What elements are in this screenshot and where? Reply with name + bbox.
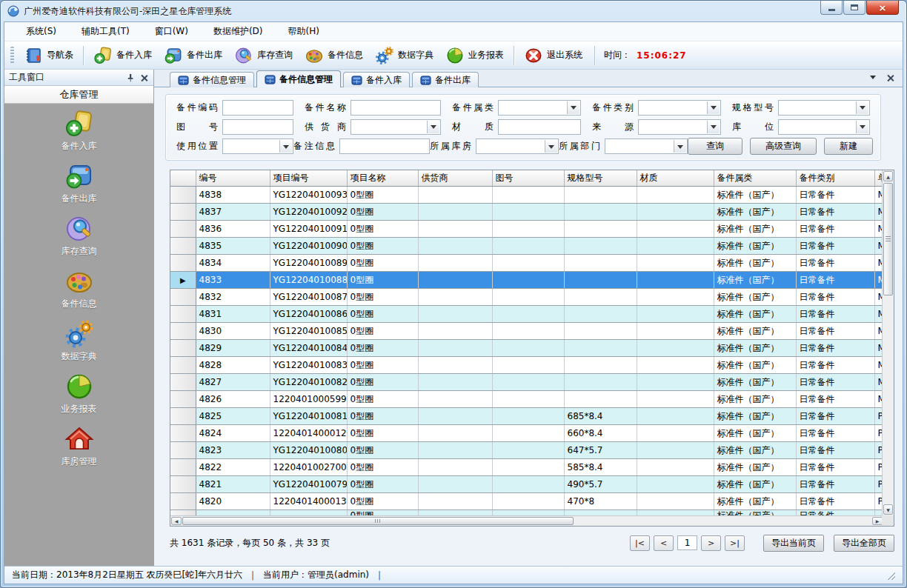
last-page-button[interactable]: >| — [725, 535, 745, 551]
menu-item[interactable]: 帮助(H) — [276, 22, 332, 41]
scroll-right-icon[interactable]: ▶ — [872, 517, 883, 525]
sidebar-item[interactable]: 备件出库 — [62, 161, 97, 205]
field-input[interactable] — [350, 100, 441, 116]
table-row[interactable]: ▶4833YG122040100880型圈标准件（国产）日常备件M — [170, 272, 883, 289]
row-selector[interactable] — [170, 493, 196, 510]
field-input[interactable] — [498, 119, 581, 135]
row-selector[interactable] — [170, 391, 196, 408]
row-selector[interactable] — [170, 425, 196, 442]
page-number-input[interactable]: 1 — [677, 535, 697, 550]
chevron-down-icon[interactable] — [707, 121, 720, 133]
menu-item[interactable]: 系统(S) — [13, 22, 69, 41]
table-row[interactable]: 4835YG122040100900型圈标准件（国产）日常备件M — [170, 238, 883, 255]
table-row[interactable]: 482612204010005990型圈标准件（国产）日常备件M — [170, 391, 883, 408]
column-header[interactable]: 材质 — [637, 170, 714, 187]
chevron-down-icon[interactable] — [674, 140, 686, 153]
row-selector[interactable] — [170, 357, 196, 374]
toolbar-button[interactable]: 导航条 — [18, 44, 79, 67]
toolbar-button[interactable]: 备件入库 — [87, 44, 158, 67]
new-button[interactable]: 新建 — [824, 138, 873, 155]
chevron-down-icon[interactable] — [279, 140, 292, 153]
chevron-down-icon[interactable] — [427, 121, 439, 133]
chevron-down-icon[interactable] — [856, 121, 868, 133]
chevron-down-icon[interactable] — [567, 101, 579, 114]
horizontal-scrollbar-thumb[interactable] — [182, 517, 574, 525]
tab[interactable]: 备件入库 — [343, 72, 410, 87]
sidebar-item[interactable]: 备件入库 — [62, 109, 97, 153]
field-input[interactable] — [778, 119, 870, 135]
scroll-up-icon[interactable]: ▲ — [883, 171, 893, 181]
column-header[interactable]: 图号 — [492, 170, 564, 187]
maximize-button[interactable] — [843, 1, 866, 15]
field-input[interactable] — [222, 100, 293, 116]
sidebar-item[interactable]: 业务报表 — [62, 372, 97, 415]
column-header[interactable]: 备件属类 — [714, 170, 796, 187]
toolbar-grip[interactable] — [10, 47, 14, 64]
row-selector[interactable] — [170, 476, 196, 493]
tab[interactable]: 备件信息管理 — [170, 72, 254, 87]
toolbar-button[interactable]: 业务报表 — [439, 44, 510, 67]
field-input[interactable] — [638, 119, 721, 135]
sidebar-item[interactable]: 库房管理 — [62, 424, 97, 468]
table-row[interactable]: 4836YG122040100910型圈标准件（国产）日常备件M — [170, 221, 883, 238]
search-button[interactable]: 查询 — [688, 138, 742, 155]
row-selector[interactable] — [170, 187, 196, 204]
column-header[interactable]: 供货商 — [418, 170, 492, 187]
menu-item[interactable]: 辅助工具(T) — [69, 22, 142, 41]
row-selector[interactable] — [170, 255, 196, 272]
scroll-left-icon[interactable]: ◀ — [171, 517, 182, 525]
table-row[interactable]: 482212204010027000型圈585*8.4标准件（国产）日常备件PC — [170, 459, 883, 476]
toolbar-button[interactable]: 退出系统 — [518, 44, 588, 67]
chevron-down-icon[interactable] — [545, 140, 557, 153]
row-selector[interactable] — [170, 289, 196, 306]
row-selector[interactable] — [170, 442, 196, 459]
column-header[interactable]: 规格型号 — [564, 170, 637, 187]
toolbar-button[interactable]: 备件信息 — [299, 44, 369, 67]
field-input[interactable] — [222, 119, 293, 135]
field-input[interactable] — [605, 138, 688, 154]
next-page-button[interactable]: > — [701, 535, 721, 551]
field-input[interactable] — [476, 138, 559, 154]
tab-close-icon[interactable] — [886, 74, 894, 81]
prev-page-button[interactable]: < — [654, 535, 674, 551]
title-bar[interactable]: 广州爱奇迪软件科技有限公司-深田之星仓库管理系统 — [1, 1, 906, 21]
column-header[interactable]: 备件类别 — [796, 170, 874, 187]
table-row[interactable]: 4832YG122040100870型圈标准件（国产）日常备件M — [170, 289, 883, 306]
column-header[interactable]: 项目名称 — [347, 170, 418, 187]
horizontal-scrollbar[interactable]: ◀ ▶ — [170, 515, 883, 526]
vertical-scrollbar[interactable]: ▲ ▼ — [882, 170, 894, 515]
export-current-page-button[interactable]: 导出当前页 — [763, 535, 824, 552]
table-row[interactable]: 4829YG122040100840型圈标准件（国产）日常备件M — [170, 340, 883, 357]
table-row[interactable]: 4825YG122040100810型圈685*8.4标准件（国产）日常备件PC — [170, 408, 883, 425]
chevron-down-icon[interactable] — [870, 76, 876, 82]
table-row[interactable]: 4838YG122040100930型圈标准件（国产）日常备件M — [170, 187, 883, 204]
field-input[interactable] — [498, 100, 581, 116]
field-input[interactable] — [638, 100, 721, 116]
row-selector[interactable] — [170, 408, 196, 425]
menu-item[interactable]: 窗口(W) — [142, 22, 201, 41]
vertical-scrollbar-thumb[interactable] — [883, 183, 893, 295]
table-row[interactable]: 4823YG122040100800型圈647*5.7标准件（国产）日常备件PC — [170, 442, 883, 459]
table-row[interactable]: 4827YG122040100820型圈标准件（国产）日常备件M — [170, 374, 883, 391]
sidebar-item[interactable]: 数据字典 — [62, 319, 97, 363]
sidebar-item[interactable]: 库存查询 — [62, 214, 97, 258]
row-selector[interactable] — [170, 374, 196, 391]
row-selector[interactable]: ▶ — [170, 272, 196, 289]
table-row[interactable]: 4828YG122040100830型圈标准件（国产）日常备件M — [170, 357, 883, 374]
row-selector[interactable] — [170, 323, 196, 340]
advanced-search-button[interactable]: 高级查询 — [750, 138, 817, 155]
column-header[interactable]: 编号 — [196, 170, 270, 187]
table-row[interactable]: 4831YG122040100860型圈标准件（国产）日常备件M — [170, 306, 883, 323]
chevron-down-icon[interactable] — [856, 101, 868, 114]
menu-item[interactable]: 数据维护(D) — [201, 22, 276, 41]
table-row[interactable]: 4830YG122040100850型圈标准件（国产）日常备件M — [170, 323, 883, 340]
column-header[interactable]: 项目编号 — [270, 170, 347, 187]
table-row[interactable]: 482412204014000120型圈660*8.4标准件（国产）日常备件PC — [170, 425, 883, 442]
sidebar-section-title[interactable]: 仓库管理 — [4, 86, 153, 104]
sidebar-item[interactable]: 备件信息 — [62, 267, 97, 310]
row-selector[interactable] — [170, 510, 196, 516]
field-input[interactable] — [350, 119, 441, 135]
toolbar-button[interactable]: 库存查询 — [228, 44, 299, 67]
minimize-button[interactable] — [820, 1, 843, 15]
chevron-down-icon[interactable] — [707, 101, 720, 114]
